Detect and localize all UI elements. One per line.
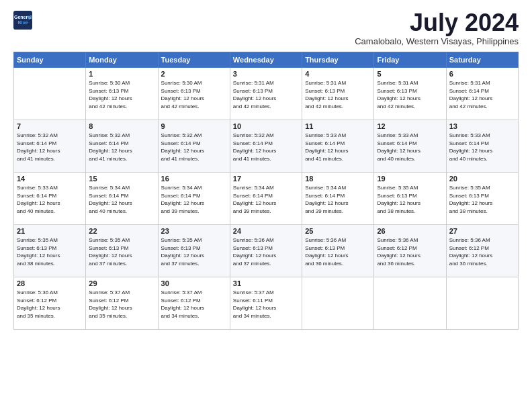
col-thursday: Thursday bbox=[302, 52, 374, 68]
day-number: 30 bbox=[161, 279, 227, 287]
day-number: 2 bbox=[161, 70, 227, 78]
day-info: Sunrise: 5:31 AM Sunset: 6:14 PM Dayligh… bbox=[449, 79, 515, 110]
day-info: Sunrise: 5:32 AM Sunset: 6:14 PM Dayligh… bbox=[17, 132, 83, 163]
calendar-page: General Blue July 2024 Camalobalo, Weste… bbox=[0, 0, 532, 411]
day-number: 8 bbox=[89, 122, 154, 130]
day-number: 29 bbox=[89, 279, 154, 287]
day-info: Sunrise: 5:36 AM Sunset: 6:12 PM Dayligh… bbox=[449, 236, 515, 267]
day-info: Sunrise: 5:35 AM Sunset: 6:13 PM Dayligh… bbox=[17, 236, 83, 267]
day-info: Sunrise: 5:34 AM Sunset: 6:14 PM Dayligh… bbox=[89, 184, 154, 215]
day-info: Sunrise: 5:36 AM Sunset: 6:12 PM Dayligh… bbox=[377, 236, 443, 267]
day-cell: 14Sunrise: 5:33 AM Sunset: 6:14 PM Dayli… bbox=[14, 173, 86, 225]
week-row-4: 21Sunrise: 5:35 AM Sunset: 6:13 PM Dayli… bbox=[14, 225, 519, 277]
day-info: Sunrise: 5:35 AM Sunset: 6:13 PM Dayligh… bbox=[161, 236, 227, 267]
day-cell: 18Sunrise: 5:34 AM Sunset: 6:14 PM Dayli… bbox=[302, 173, 374, 225]
day-info: Sunrise: 5:36 AM Sunset: 6:13 PM Dayligh… bbox=[233, 236, 299, 267]
day-cell: 30Sunrise: 5:37 AM Sunset: 6:12 PM Dayli… bbox=[158, 277, 230, 330]
day-cell: 16Sunrise: 5:34 AM Sunset: 6:14 PM Dayli… bbox=[158, 173, 230, 225]
day-cell: 21Sunrise: 5:35 AM Sunset: 6:13 PM Dayli… bbox=[14, 225, 86, 277]
location: Camalobalo, Western Visayas, Philippines bbox=[355, 36, 519, 46]
svg-text:Blue: Blue bbox=[17, 20, 28, 25]
day-cell: 4Sunrise: 5:31 AM Sunset: 6:13 PM Daylig… bbox=[302, 68, 374, 120]
col-saturday: Saturday bbox=[446, 52, 518, 68]
day-number: 3 bbox=[233, 70, 299, 78]
day-cell: 1Sunrise: 5:30 AM Sunset: 6:13 PM Daylig… bbox=[86, 68, 158, 120]
day-info: Sunrise: 5:37 AM Sunset: 6:11 PM Dayligh… bbox=[233, 289, 299, 320]
col-monday: Monday bbox=[86, 52, 158, 68]
day-number: 23 bbox=[161, 227, 227, 235]
week-row-2: 7Sunrise: 5:32 AM Sunset: 6:14 PM Daylig… bbox=[14, 120, 519, 173]
day-info: Sunrise: 5:33 AM Sunset: 6:14 PM Dayligh… bbox=[377, 132, 443, 163]
day-number: 31 bbox=[233, 279, 299, 287]
col-wednesday: Wednesday bbox=[230, 52, 302, 68]
day-number: 18 bbox=[305, 175, 371, 183]
day-cell: 7Sunrise: 5:32 AM Sunset: 6:14 PM Daylig… bbox=[14, 120, 86, 173]
day-cell: 24Sunrise: 5:36 AM Sunset: 6:13 PM Dayli… bbox=[230, 225, 302, 277]
day-cell: 28Sunrise: 5:36 AM Sunset: 6:12 PM Dayli… bbox=[14, 277, 86, 330]
day-number: 26 bbox=[377, 227, 443, 235]
day-info: Sunrise: 5:33 AM Sunset: 6:14 PM Dayligh… bbox=[449, 132, 515, 163]
page-header: General Blue July 2024 Camalobalo, Weste… bbox=[13, 11, 519, 46]
day-cell: 8Sunrise: 5:32 AM Sunset: 6:14 PM Daylig… bbox=[86, 120, 158, 173]
day-cell bbox=[302, 277, 374, 330]
week-row-1: 1Sunrise: 5:30 AM Sunset: 6:13 PM Daylig… bbox=[14, 68, 519, 120]
col-friday: Friday bbox=[374, 52, 446, 68]
day-cell: 31Sunrise: 5:37 AM Sunset: 6:11 PM Dayli… bbox=[230, 277, 302, 330]
day-info: Sunrise: 5:37 AM Sunset: 6:12 PM Dayligh… bbox=[89, 289, 154, 320]
col-sunday: Sunday bbox=[14, 52, 86, 68]
day-number: 9 bbox=[161, 122, 227, 130]
day-info: Sunrise: 5:31 AM Sunset: 6:13 PM Dayligh… bbox=[305, 79, 371, 110]
day-cell bbox=[14, 68, 86, 120]
day-info: Sunrise: 5:34 AM Sunset: 6:14 PM Dayligh… bbox=[305, 184, 371, 215]
day-cell: 6Sunrise: 5:31 AM Sunset: 6:14 PM Daylig… bbox=[446, 68, 518, 120]
day-info: Sunrise: 5:31 AM Sunset: 6:13 PM Dayligh… bbox=[233, 79, 299, 110]
day-number: 20 bbox=[449, 175, 515, 183]
logo: General Blue bbox=[13, 11, 32, 30]
day-cell: 17Sunrise: 5:34 AM Sunset: 6:14 PM Dayli… bbox=[230, 173, 302, 225]
day-cell: 20Sunrise: 5:35 AM Sunset: 6:13 PM Dayli… bbox=[446, 173, 518, 225]
day-cell: 5Sunrise: 5:31 AM Sunset: 6:13 PM Daylig… bbox=[374, 68, 446, 120]
day-number: 4 bbox=[305, 70, 371, 78]
day-cell: 27Sunrise: 5:36 AM Sunset: 6:12 PM Dayli… bbox=[446, 225, 518, 277]
day-info: Sunrise: 5:32 AM Sunset: 6:14 PM Dayligh… bbox=[161, 132, 227, 163]
day-cell: 11Sunrise: 5:33 AM Sunset: 6:14 PM Dayli… bbox=[302, 120, 374, 173]
day-number: 1 bbox=[89, 70, 154, 78]
day-info: Sunrise: 5:32 AM Sunset: 6:14 PM Dayligh… bbox=[89, 132, 154, 163]
day-number: 22 bbox=[89, 227, 154, 235]
day-number: 24 bbox=[233, 227, 299, 235]
day-number: 25 bbox=[305, 227, 371, 235]
day-number: 21 bbox=[17, 227, 83, 235]
day-cell: 26Sunrise: 5:36 AM Sunset: 6:12 PM Dayli… bbox=[374, 225, 446, 277]
day-number: 11 bbox=[305, 122, 371, 130]
day-info: Sunrise: 5:34 AM Sunset: 6:14 PM Dayligh… bbox=[233, 184, 299, 215]
day-cell: 23Sunrise: 5:35 AM Sunset: 6:13 PM Dayli… bbox=[158, 225, 230, 277]
day-number: 27 bbox=[449, 227, 515, 235]
day-number: 7 bbox=[17, 122, 83, 130]
day-info: Sunrise: 5:35 AM Sunset: 6:13 PM Dayligh… bbox=[89, 236, 154, 267]
day-info: Sunrise: 5:35 AM Sunset: 6:13 PM Dayligh… bbox=[377, 184, 443, 215]
header-row: Sunday Monday Tuesday Wednesday Thursday… bbox=[14, 52, 519, 68]
calendar-table: Sunday Monday Tuesday Wednesday Thursday… bbox=[13, 52, 519, 330]
day-cell: 15Sunrise: 5:34 AM Sunset: 6:14 PM Dayli… bbox=[86, 173, 158, 225]
day-number: 15 bbox=[89, 175, 154, 183]
day-number: 28 bbox=[17, 279, 83, 287]
day-number: 10 bbox=[233, 122, 299, 130]
col-tuesday: Tuesday bbox=[158, 52, 230, 68]
title-block: July 2024 Camalobalo, Western Visayas, P… bbox=[355, 11, 519, 46]
logo-icon: General Blue bbox=[13, 11, 32, 30]
day-info: Sunrise: 5:36 AM Sunset: 6:12 PM Dayligh… bbox=[17, 289, 83, 320]
day-number: 17 bbox=[233, 175, 299, 183]
day-info: Sunrise: 5:33 AM Sunset: 6:14 PM Dayligh… bbox=[17, 184, 83, 215]
day-number: 19 bbox=[377, 175, 443, 183]
day-number: 12 bbox=[377, 122, 443, 130]
day-info: Sunrise: 5:34 AM Sunset: 6:14 PM Dayligh… bbox=[161, 184, 227, 215]
day-number: 14 bbox=[17, 175, 83, 183]
day-cell: 19Sunrise: 5:35 AM Sunset: 6:13 PM Dayli… bbox=[374, 173, 446, 225]
day-cell: 10Sunrise: 5:32 AM Sunset: 6:14 PM Dayli… bbox=[230, 120, 302, 173]
day-info: Sunrise: 5:37 AM Sunset: 6:12 PM Dayligh… bbox=[161, 289, 227, 320]
day-info: Sunrise: 5:31 AM Sunset: 6:13 PM Dayligh… bbox=[377, 79, 443, 110]
day-cell: 25Sunrise: 5:36 AM Sunset: 6:13 PM Dayli… bbox=[302, 225, 374, 277]
day-cell: 2Sunrise: 5:30 AM Sunset: 6:13 PM Daylig… bbox=[158, 68, 230, 120]
day-number: 16 bbox=[161, 175, 227, 183]
day-cell: 13Sunrise: 5:33 AM Sunset: 6:14 PM Dayli… bbox=[446, 120, 518, 173]
